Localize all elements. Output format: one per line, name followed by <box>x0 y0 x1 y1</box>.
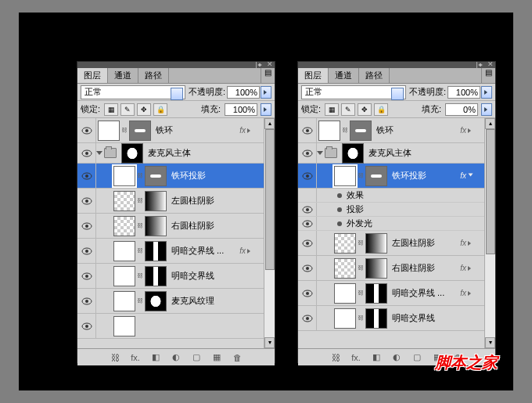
group-mask-thumb[interactable] <box>121 143 143 164</box>
mask-thumb[interactable] <box>365 233 387 254</box>
link-icon[interactable]: ⛓ <box>137 272 143 279</box>
group-icon[interactable]: ▢ <box>190 352 203 363</box>
mask-thumb[interactable] <box>145 291 167 311</box>
mask-icon[interactable]: ◧ <box>149 352 162 363</box>
opacity-arrow[interactable] <box>481 86 492 99</box>
blend-mode-select[interactable]: 正常 <box>81 85 185 99</box>
lock-position-icon[interactable]: ✥ <box>358 103 372 116</box>
layer-name[interactable]: 铁环投影 <box>171 170 264 182</box>
fx-icon[interactable]: fx. <box>129 352 142 363</box>
lock-paint-icon[interactable]: ✎ <box>341 103 355 116</box>
fill-input[interactable]: 0% <box>445 103 478 116</box>
link-icon[interactable]: ⛓ <box>137 247 143 254</box>
tab-channels[interactable]: 通道 <box>108 68 138 83</box>
layer-row[interactable]: ⛓铁环投影 <box>77 164 264 189</box>
layer-name[interactable]: 麦克风纹理 <box>171 295 264 307</box>
lock-all-icon[interactable]: 🔒 <box>374 103 388 116</box>
layer-row[interactable]: ⛓左圆柱阴影fx <box>298 231 484 256</box>
fx-badge[interactable]: fx <box>460 289 473 297</box>
mask-thumb[interactable] <box>145 241 167 261</box>
lock-all-icon[interactable]: 🔒 <box>153 103 167 116</box>
blend-mode-select[interactable]: 正常 <box>301 85 406 99</box>
visibility-toggle-icon[interactable] <box>298 281 317 305</box>
link-icon[interactable]: ⛓ <box>358 290 364 297</box>
visibility-toggle-icon[interactable] <box>298 118 317 142</box>
effect-outerglow[interactable]: 外发光 <box>298 217 484 231</box>
layer-row[interactable]: ⛓铁环投影fx <box>298 164 484 189</box>
layer-row[interactable]: ⛓铁环fx <box>77 118 264 143</box>
layer-thumb[interactable] <box>334 166 356 186</box>
layer-name[interactable]: 铁环 <box>156 124 239 136</box>
visibility-toggle-icon[interactable] <box>77 214 96 238</box>
opacity-input[interactable]: 100% <box>227 86 260 99</box>
link-icon[interactable]: ⛓ <box>329 352 342 363</box>
mask-thumb[interactable] <box>145 216 167 236</box>
visibility-toggle-icon[interactable] <box>77 118 96 142</box>
opacity-arrow[interactable] <box>261 86 271 99</box>
layer-thumb[interactable] <box>113 216 135 236</box>
link-icon[interactable]: ⛓ <box>358 172 364 179</box>
lock-position-icon[interactable]: ✥ <box>137 103 151 116</box>
tab-paths[interactable]: 路径 <box>359 68 390 83</box>
visibility-toggle-icon[interactable] <box>77 239 96 263</box>
layer-thumb[interactable] <box>113 291 135 311</box>
fx-badge[interactable]: fx <box>460 171 473 180</box>
layer-name[interactable]: 明暗交界线 ... <box>392 287 460 299</box>
fx-icon[interactable]: fx. <box>350 352 362 363</box>
mask-thumb[interactable] <box>350 121 372 141</box>
layer-name[interactable]: 左圆柱阴影 <box>171 195 264 207</box>
visibility-toggle-icon[interactable] <box>298 256 317 280</box>
link-icon[interactable]: ⛓ <box>137 222 143 229</box>
visibility-toggle-icon[interactable] <box>77 314 96 338</box>
panel-menu-icon[interactable]: ▤ <box>481 68 495 83</box>
scrollbar[interactable]: ▴▾ <box>264 118 275 348</box>
panel-grip[interactable]: ◂▸✕ <box>77 62 275 68</box>
layer-name[interactable]: 右圆柱阴影 <box>171 220 264 232</box>
tab-layers[interactable]: 图层 <box>77 68 108 83</box>
group-mask-thumb[interactable] <box>342 143 364 164</box>
layer-thumb[interactable] <box>113 241 135 261</box>
mask-thumb[interactable] <box>365 283 387 304</box>
link-icon[interactable]: ⛓ <box>109 352 121 363</box>
layer-name[interactable]: 左圆柱阴影 <box>392 237 460 249</box>
visibility-toggle-icon[interactable] <box>298 164 317 188</box>
layer-thumb[interactable] <box>334 283 356 304</box>
visibility-toggle-icon[interactable] <box>77 189 96 213</box>
fx-badge[interactable]: fx <box>239 246 253 255</box>
layer-name[interactable]: 铁环 <box>376 124 460 136</box>
visibility-toggle-icon[interactable] <box>77 143 96 163</box>
mask-thumb[interactable] <box>365 258 387 279</box>
group-icon[interactable]: ▢ <box>411 352 423 363</box>
layer-thumb[interactable] <box>113 191 135 211</box>
layer-row[interactable]: ⛓右圆柱阴影 <box>77 214 264 239</box>
adjustment-icon[interactable]: ◐ <box>170 352 182 363</box>
lock-transparency-icon[interactable]: ▦ <box>104 103 118 116</box>
layer-thumb[interactable] <box>334 233 356 254</box>
group-disclosure-icon[interactable] <box>96 151 102 158</box>
visibility-toggle-icon[interactable] <box>77 289 96 313</box>
fx-badge[interactable]: fx <box>460 126 473 135</box>
link-icon[interactable]: ⛓ <box>358 264 364 272</box>
layer-thumb[interactable] <box>334 308 356 329</box>
link-icon[interactable]: ⛓ <box>137 297 143 304</box>
layer-row[interactable]: ⛓铁环fx <box>298 118 484 143</box>
layer-thumb[interactable] <box>98 121 120 141</box>
effects-header[interactable]: 效果 <box>298 189 484 203</box>
layer-name[interactable]: 麦克风主体 <box>148 147 264 159</box>
lock-paint-icon[interactable]: ✎ <box>120 103 135 116</box>
layer-row[interactable]: ⛓右圆柱阴影fx <box>298 256 484 281</box>
visibility-toggle-icon[interactable] <box>298 231 317 255</box>
group-disclosure-icon[interactable] <box>317 151 323 158</box>
link-icon[interactable]: ⛓ <box>358 315 364 322</box>
opacity-input[interactable]: 100% <box>448 86 480 99</box>
mask-thumb[interactable] <box>129 121 151 141</box>
layer-name[interactable]: 右圆柱阴影 <box>392 262 460 274</box>
layer-row[interactable]: ⛓明暗交界线 ...fx <box>298 281 484 306</box>
tab-channels[interactable]: 通道 <box>329 68 359 83</box>
layer-name[interactable]: 明暗交界线 <box>392 312 484 324</box>
link-icon[interactable]: ⛓ <box>137 172 143 179</box>
tab-paths[interactable]: 路径 <box>138 68 169 83</box>
fill-arrow[interactable] <box>481 103 492 116</box>
tab-layers[interactable]: 图层 <box>298 68 329 83</box>
visibility-toggle-icon[interactable] <box>77 164 96 188</box>
